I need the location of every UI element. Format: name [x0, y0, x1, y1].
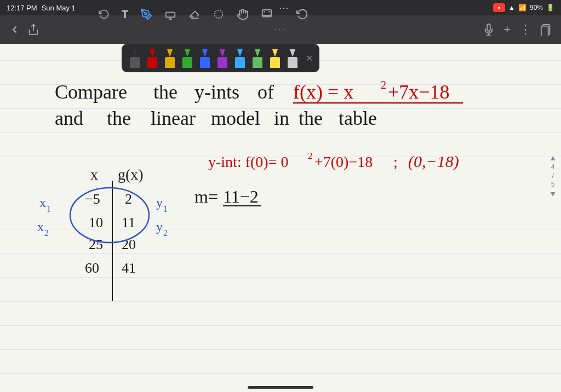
- eraser-tool[interactable]: [188, 8, 201, 20]
- toolbar: ··· T: [0, 15, 561, 44]
- battery-display: 90%: [530, 4, 543, 11]
- date-display: Sun May 1: [42, 4, 76, 12]
- squared: 2: [381, 79, 386, 91]
- slope-m: m=: [194, 187, 218, 206]
- toolbar-right: + ⋮: [483, 22, 552, 37]
- pen-blue[interactable]: [198, 48, 211, 68]
- the-text2: the: [107, 107, 131, 129]
- svg-point-1: [145, 13, 147, 15]
- slope-value: 11−2: [223, 187, 259, 206]
- svg-rect-10: [541, 26, 548, 36]
- pages-button[interactable]: [540, 24, 552, 36]
- in-text: in: [274, 107, 289, 129]
- pen-green[interactable]: [181, 48, 194, 68]
- x1-label: x: [39, 195, 46, 210]
- three-dots: ···: [274, 25, 287, 34]
- table-r1c2: 2: [125, 191, 132, 207]
- yint-label: y-int: f(0)= 0: [208, 153, 288, 170]
- svg-rect-2: [166, 12, 175, 17]
- x2-label: x: [37, 220, 44, 234]
- status-left: 12:17 PM Sun May 1: [7, 4, 76, 12]
- pen-tool[interactable]: [140, 8, 152, 20]
- mic-button[interactable]: [483, 24, 495, 36]
- pen-light-yellow[interactable]: [268, 48, 282, 68]
- fx-equation: f(x) = x: [293, 81, 353, 103]
- table-r1c1: −5: [85, 191, 100, 207]
- model-text: model: [211, 107, 260, 129]
- pen-tray: ✕: [122, 44, 319, 72]
- yint-squared: 2: [308, 151, 313, 161]
- y1-label: y: [156, 195, 163, 210]
- share-button[interactable]: [27, 24, 39, 36]
- svg-point-5: [215, 10, 223, 19]
- page-total: 5: [551, 181, 555, 188]
- highlighter-tool[interactable]: [164, 8, 176, 20]
- home-indicator: [248, 386, 313, 389]
- linear-text: linear: [151, 107, 196, 129]
- plus7x18: +7x−18: [388, 81, 450, 103]
- hand-tool[interactable]: [237, 8, 249, 20]
- x2-subscript: 2: [44, 228, 49, 238]
- scroll-up-arrow[interactable]: ▲: [549, 153, 557, 162]
- table-r2c1: 10: [89, 215, 103, 230]
- pen-purple[interactable]: [216, 48, 229, 68]
- wifi-icon: 📶: [518, 4, 526, 11]
- table-r2c2: 11: [122, 215, 135, 230]
- circle-highlight: [70, 188, 149, 243]
- page-sep: /: [552, 172, 553, 180]
- table-r4c1: 60: [85, 260, 99, 276]
- back-button[interactable]: [9, 24, 21, 36]
- undo-button[interactable]: [296, 8, 308, 20]
- scroll-indicator: ▲ 4 / 5 ▼: [549, 153, 557, 198]
- toolbar-left: [9, 24, 39, 36]
- x1-subscript: 1: [47, 204, 51, 214]
- yint-rest: +7(0)−18: [314, 153, 373, 170]
- scroll-down-arrow[interactable]: ▼: [549, 189, 557, 198]
- yint-semicolon: ;: [393, 153, 398, 170]
- more-button[interactable]: ⋮: [519, 22, 531, 37]
- battery-icon: 🔋: [546, 4, 554, 11]
- add-button[interactable]: +: [503, 22, 511, 37]
- status-right: ● ▲ 📶 90% 🔋: [493, 3, 554, 12]
- status-bar: 12:17 PM Sun May 1 ··· ● ▲ 📶 90% 🔋: [0, 0, 561, 15]
- pen-light-blue[interactable]: [233, 48, 247, 68]
- table-header-x: x: [90, 166, 98, 183]
- and-text: and: [55, 107, 83, 129]
- yint-result: (0,−18): [408, 152, 459, 171]
- yints-text: y-ints: [194, 81, 239, 103]
- y1-subscript: 1: [163, 204, 168, 214]
- pen-black[interactable]: [128, 48, 141, 68]
- pen-yellow[interactable]: [163, 48, 176, 68]
- compare-text: Compare: [55, 81, 127, 103]
- pen-light-green[interactable]: [251, 48, 264, 68]
- notebook-content-svg: Compare the y-ints of f(x) = x 2 +7x−18 …: [0, 44, 561, 392]
- text-tool[interactable]: T: [122, 8, 128, 21]
- record-indicator: ●: [493, 3, 505, 12]
- marker-tool[interactable]: [261, 8, 273, 20]
- toolbar-center: [296, 0, 308, 28]
- lasso-tool[interactable]: [213, 8, 225, 20]
- of-text: of: [257, 81, 274, 103]
- signal-dots: ···: [279, 3, 289, 12]
- table-header-gx: g(x): [118, 166, 144, 183]
- undo-tool[interactable]: [99, 9, 110, 20]
- y2-label: y: [156, 220, 163, 234]
- page-current: 4: [551, 163, 555, 171]
- table-text: table: [339, 107, 377, 129]
- the-text1: the: [153, 81, 178, 103]
- notebook-area[interactable]: const ruledDiv = document.querySelector(…: [0, 44, 561, 392]
- signal-icon: ▲: [508, 4, 515, 11]
- pen-tray-close[interactable]: ✕: [306, 53, 313, 64]
- table-r4c2: 41: [122, 260, 136, 276]
- the-text3: the: [299, 107, 323, 129]
- pen-red[interactable]: [146, 48, 159, 68]
- time-display: 12:17 PM: [7, 4, 37, 12]
- pen-white[interactable]: [286, 48, 299, 68]
- y2-subscript: 2: [163, 228, 168, 238]
